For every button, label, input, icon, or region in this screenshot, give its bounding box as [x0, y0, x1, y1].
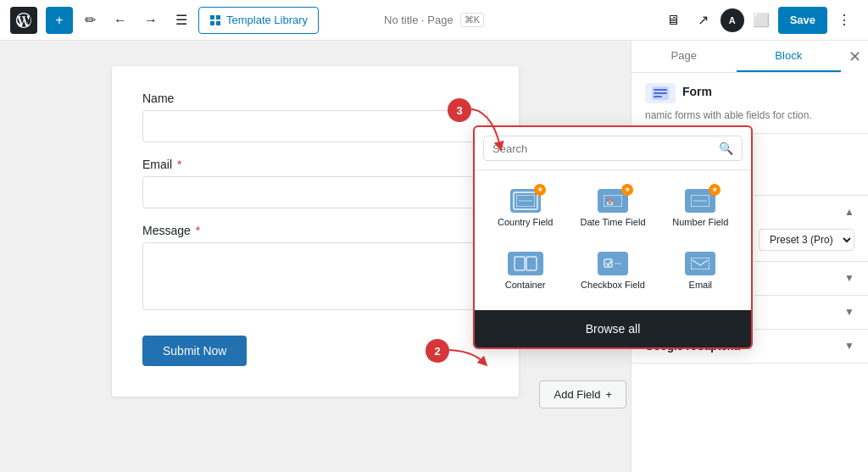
keyboard-shortcut: ⌘K — [460, 13, 484, 27]
toolbar: + ✏ ← → ☰ Template Library No title · Pa… — [0, 0, 868, 41]
checkbox-field-label: Checkbox Field — [581, 279, 645, 291]
template-library-button[interactable]: Template Library — [198, 7, 319, 34]
field-type-grid: ★ Country Field 📅 ★ Date Time Field — [475, 170, 751, 310]
email-field-group: Email * — [142, 158, 488, 208]
pro-badge: ★ — [534, 184, 546, 196]
form-icon — [652, 86, 669, 100]
email-label: Email * — [142, 158, 488, 171]
list-item[interactable]: Container — [483, 242, 567, 301]
save-button[interactable]: Save — [778, 7, 827, 34]
field-picker-popup[interactable]: 🔍 ★ Country Field — [473, 125, 753, 349]
form-card: Name Email * Message * Submit Now — [112, 66, 519, 397]
message-required-marker: * — [196, 224, 200, 237]
container-icon — [508, 252, 543, 275]
wp-logo — [10, 7, 37, 34]
email-field-icon — [685, 252, 715, 275]
search-icon: 🔍 — [719, 142, 733, 155]
panel-toggle-button[interactable]: ⬜ — [748, 7, 775, 34]
undo-button[interactable]: ← — [107, 7, 134, 34]
toolbar-right: 🖥 ↗ A ⬜ Save ⋮ — [659, 7, 858, 34]
form-section-desc: namic forms with able fields for ction. — [645, 108, 854, 123]
desktop-view-button[interactable]: 🖥 — [659, 7, 687, 34]
number-field-label: Number Field — [672, 216, 728, 228]
list-item[interactable]: ★ Country Field — [483, 179, 567, 238]
svg-rect-3 — [654, 96, 662, 97]
checkbox-field-icon — [598, 252, 628, 275]
svg-rect-1 — [654, 89, 667, 91]
svg-rect-11 — [526, 257, 537, 270]
svg-rect-2 — [654, 92, 667, 94]
name-input[interactable] — [142, 110, 488, 142]
tab-block[interactable]: Block — [737, 41, 842, 72]
list-item[interactable]: ★ Number Field — [659, 179, 743, 238]
country-field-icon: ★ — [510, 189, 541, 213]
accordion-google-recaptcha-arrow: ▼ — [844, 340, 854, 352]
panel-tabs: Page Block — [632, 41, 841, 73]
list-item[interactable]: Email — [659, 242, 743, 301]
datetime-field-icon: 📅 ★ — [598, 189, 628, 213]
email-field-label: Email — [689, 279, 713, 291]
accordion-general-arrow: ▲ — [844, 206, 854, 218]
submit-button[interactable]: Submit Now — [142, 336, 247, 366]
name-label: Name — [142, 92, 488, 105]
redo-button[interactable]: → — [137, 7, 164, 34]
svg-text:📅: 📅 — [606, 198, 614, 206]
page-title: No title · Page — [384, 14, 453, 26]
message-input[interactable] — [142, 242, 488, 310]
list-item[interactable]: 📅 ★ Date Time Field — [570, 179, 654, 238]
popup-search-area: 🔍 — [475, 127, 751, 170]
list-view-button[interactable]: ☰ — [168, 7, 195, 34]
pro-badge: ★ — [709, 184, 721, 196]
browse-all-button[interactable]: Browse all — [475, 310, 751, 347]
popup-search-inner: 🔍 — [483, 136, 743, 161]
name-field-group: Name — [142, 92, 488, 142]
add-block-button[interactable]: + — [46, 7, 73, 34]
tab-page[interactable]: Page — [632, 41, 737, 72]
more-options-button[interactable]: ⋮ — [831, 7, 858, 34]
email-required-marker: * — [177, 158, 181, 171]
template-library-icon — [209, 14, 221, 26]
form-icon-box — [645, 83, 676, 103]
datetime-field-label: Date Time Field — [580, 216, 645, 228]
form-section-title: Form — [682, 85, 712, 98]
preset-select[interactable]: Preset 3 (Pro) — [759, 229, 854, 251]
toolbar-center: No title · Page ⌘K — [384, 13, 484, 27]
accordion-submit-button-arrow: ▼ — [844, 306, 854, 318]
edit-button[interactable]: ✏ — [76, 7, 103, 34]
list-item[interactable]: Checkbox Field — [570, 242, 654, 301]
template-library-label: Template Library — [226, 14, 308, 26]
country-field-label: Country Field — [498, 216, 553, 228]
message-field-group: Message * — [142, 224, 488, 314]
panel-close-button[interactable]: ✕ — [841, 43, 868, 70]
number-field-icon: ★ — [685, 189, 715, 213]
astra-logo: A — [721, 8, 744, 32]
svg-rect-10 — [515, 257, 525, 270]
external-link-button[interactable]: ↗ — [690, 7, 717, 34]
pro-badge: ★ — [621, 184, 633, 196]
search-input[interactable] — [492, 142, 714, 155]
accordion-form-submission-arrow: ▼ — [844, 272, 854, 284]
email-input[interactable] — [142, 176, 488, 208]
message-label: Message * — [142, 224, 488, 237]
wp-icon — [15, 12, 32, 29]
container-label: Container — [505, 279, 546, 291]
